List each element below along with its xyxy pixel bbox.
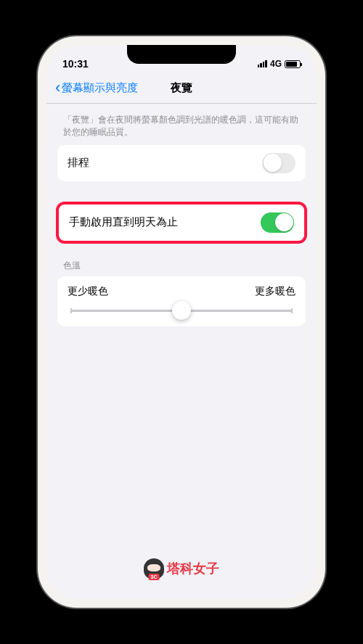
schedule-label: 排程 [68, 156, 89, 170]
schedule-cell[interactable]: 排程 [57, 145, 306, 181]
less-warm-label: 更少暖色 [68, 285, 108, 298]
mascot-icon: 3C [144, 558, 164, 579]
color-temp-group: 更少暖色 更多暖色 [57, 276, 306, 326]
notch [127, 45, 236, 64]
battery-icon [285, 60, 301, 68]
color-temp-slider[interactable] [70, 310, 293, 312]
network-label: 4G [270, 59, 282, 69]
watermark: 3C 塔科女子 [144, 558, 219, 579]
back-label: 螢幕顯示與亮度 [62, 81, 138, 95]
schedule-toggle[interactable] [262, 153, 295, 173]
manual-enable-cell[interactable]: 手動啟用直到明天為止 [59, 205, 304, 241]
nav-bar: ‹ 螢幕顯示與亮度 夜覽 [46, 74, 317, 104]
color-temp-header: 色溫 [57, 260, 306, 276]
highlight-annotation: 手動啟用直到明天為止 [56, 202, 307, 244]
more-warm-label: 更多暖色 [255, 285, 295, 298]
status-right: 4G [258, 59, 301, 69]
manual-group: 手動啟用直到明天為止 [59, 205, 304, 241]
schedule-group: 排程 [57, 145, 306, 181]
slider-labels: 更少暖色 更多暖色 [68, 285, 295, 298]
phone-frame: 10:31 4G ‹ 螢幕顯示與亮度 夜覽 「夜覽」會在夜間將螢幕顏色調到光譜的… [38, 36, 325, 608]
signal-icon [258, 60, 267, 67]
manual-label: 手動啟用直到明天為止 [69, 215, 178, 229]
content: 「夜覽」會在夜間將螢幕顏色調到光譜的暖色調，這可能有助於您的睡眠品質。 排程 手… [46, 104, 317, 326]
watermark-text: 塔科女子 [167, 560, 219, 577]
chevron-left-icon: ‹ [55, 80, 60, 96]
page-title: 夜覽 [171, 81, 192, 95]
back-button[interactable]: ‹ 螢幕顯示與亮度 [55, 80, 138, 96]
description-text: 「夜覽」會在夜間將螢幕顏色調到光譜的暖色調，這可能有助於您的睡眠品質。 [57, 104, 306, 145]
phone-screen: 10:31 4G ‹ 螢幕顯示與亮度 夜覽 「夜覽」會在夜間將螢幕顏色調到光譜的… [46, 45, 317, 599]
status-time: 10:31 [62, 58, 89, 70]
manual-toggle[interactable] [261, 212, 294, 233]
